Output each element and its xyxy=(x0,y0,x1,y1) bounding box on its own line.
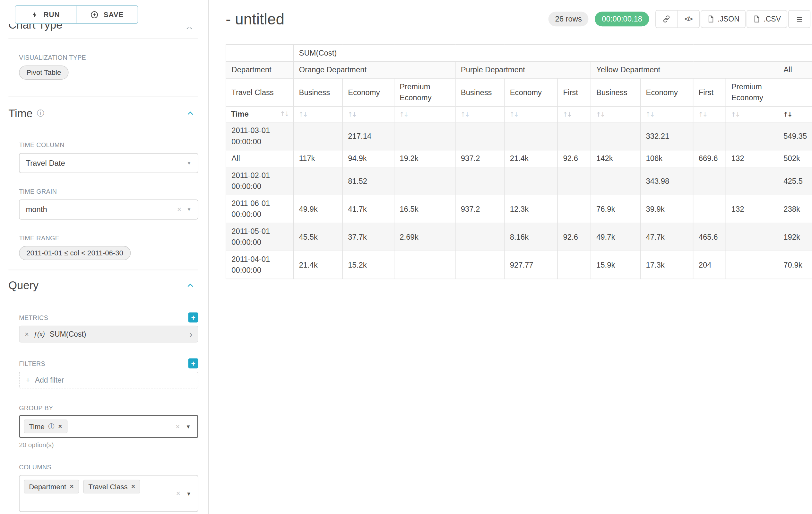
menu-button[interactable]: ≡ xyxy=(788,10,810,28)
embed-code-button[interactable]: </> xyxy=(677,10,700,28)
sort-icon[interactable]: ↑↓ xyxy=(399,111,408,118)
pivot-column-header: Business xyxy=(456,78,504,106)
pivot-column-header: Economy xyxy=(640,78,693,106)
collapse-chevron-icon[interactable] xyxy=(186,281,195,290)
pivot-sort-cell[interactable]: ↑↓ xyxy=(778,106,812,122)
clear-icon[interactable]: × xyxy=(176,422,180,431)
remove-tag-icon[interactable]: × xyxy=(70,483,74,490)
sort-icon[interactable]: ↑↓ xyxy=(731,111,739,118)
metric-option[interactable]: × ƒ(x) SUM(Cost) › xyxy=(19,326,198,343)
remove-tag-icon[interactable]: × xyxy=(131,483,135,490)
export-json-button[interactable]: .JSON xyxy=(701,10,746,28)
add-filter-plus-button[interactable]: + xyxy=(188,358,198,369)
add-metric-button[interactable]: + xyxy=(188,313,198,323)
save-button-label: SAVE xyxy=(104,10,124,19)
columns-select[interactable]: Department×Travel Class× × ▼ xyxy=(19,475,198,512)
pivot-value-cell: 204 xyxy=(693,251,726,279)
remove-metric-icon[interactable]: × xyxy=(25,330,29,338)
export-json-label: .JSON xyxy=(718,15,740,23)
chart-panel: - untitled 26 rows 00:00:00.18 </> xyxy=(209,0,812,514)
pivot-value-cell: 106k xyxy=(640,150,693,167)
pivot-row-label: All xyxy=(226,150,293,167)
pivot-sort-cell[interactable]: ↑↓ xyxy=(693,106,726,122)
group-by-options-hint: 20 option(s) xyxy=(19,441,198,449)
sort-icon-active[interactable]: ↑↓ xyxy=(783,111,791,118)
collapse-chevron-icon[interactable] xyxy=(186,109,195,117)
sort-icon[interactable]: ↑↓ xyxy=(698,111,706,118)
clear-icon[interactable]: × xyxy=(176,489,180,497)
pivot-value-cell xyxy=(557,195,591,223)
run-button[interactable]: RUN xyxy=(15,5,77,24)
pivot-sort-cell[interactable]: ↑↓ xyxy=(293,106,343,122)
pivot-value-cell xyxy=(293,122,343,150)
sort-icon[interactable]: ↑↓ xyxy=(298,111,307,118)
rows-axis-label: Time xyxy=(231,109,249,120)
sort-icon[interactable]: ↑↓ xyxy=(596,111,604,118)
pivot-value-cell: 15.2k xyxy=(343,251,394,279)
pivot-value-cell xyxy=(504,122,557,150)
add-filter-button[interactable]: + Add filter xyxy=(19,372,198,389)
sort-icon[interactable]: ↑↓ xyxy=(645,111,654,118)
pivot-sort-cell[interactable]: ↑↓ xyxy=(456,106,504,122)
metrics-label: METRICS xyxy=(19,314,48,321)
sort-icon[interactable]: ↑↓ xyxy=(348,111,356,118)
pivot-sort-cell[interactable]: ↑↓ xyxy=(591,106,640,122)
pivot-value-cell: 425.5 xyxy=(778,167,812,195)
collapse-chevron-icon[interactable] xyxy=(185,27,195,32)
caret-down-icon[interactable]: ▼ xyxy=(186,491,191,496)
control-panel: RUN SAVE Chart Type VISUALIZATION TYPE P… xyxy=(0,0,209,514)
pivot-value-cell: 49.9k xyxy=(293,195,343,223)
pivot-value-cell: 238k xyxy=(778,195,812,223)
save-button[interactable]: SAVE xyxy=(76,5,138,24)
code-icon: </> xyxy=(685,16,692,23)
pivot-sort-cell[interactable]: ↑↓ xyxy=(557,106,591,122)
chevron-right-icon[interactable]: › xyxy=(190,330,192,339)
selected-value-tag: Department× xyxy=(24,480,79,493)
pivot-value-cell: 21.4k xyxy=(504,150,557,167)
explore-view: RUN SAVE Chart Type VISUALIZATION TYPE P… xyxy=(0,0,812,514)
pivot-data-row: 2011-05-01 00:00:0045.5k37.7k2.69k8.16k9… xyxy=(226,223,812,251)
divider xyxy=(8,38,198,39)
metric-name: SUM(Cost) xyxy=(50,330,86,338)
time-column-select[interactable]: Travel Date ▼ xyxy=(19,153,198,173)
sort-icon[interactable]: ↑↓ xyxy=(280,110,288,119)
copy-link-button[interactable] xyxy=(656,10,677,28)
pivot-value-cell: 549.35 xyxy=(778,122,812,150)
pivot-value-cell xyxy=(693,167,726,195)
clear-icon[interactable]: × xyxy=(177,205,181,214)
pivot-value-cell: 217.14 xyxy=(343,122,394,150)
pivot-value-cell xyxy=(456,122,504,150)
pivot-value-cell: 132 xyxy=(726,150,778,167)
pivot-row-label: 2011-04-01 00:00:00 xyxy=(226,251,293,279)
time-grain-select[interactable]: month × ▼ xyxy=(19,199,198,219)
pivot-value-cell: 92.6 xyxy=(557,223,591,251)
columns-axis-label: Department xyxy=(226,61,293,78)
caret-down-icon[interactable]: ▼ xyxy=(185,424,191,429)
pivot-column-header: First xyxy=(693,78,726,106)
function-icon: ƒ(x) xyxy=(33,330,45,337)
query-section-header: Query xyxy=(8,277,198,293)
sort-icon[interactable]: ↑↓ xyxy=(562,111,571,118)
chart-title[interactable]: - untitled xyxy=(226,10,284,28)
sort-icon[interactable]: ↑↓ xyxy=(509,111,518,118)
pivot-value-cell: 669.6 xyxy=(693,150,726,167)
sort-icon[interactable]: ↑↓ xyxy=(460,111,469,118)
remove-tag-icon[interactable]: × xyxy=(58,423,62,430)
info-icon[interactable]: ⓘ xyxy=(37,109,44,118)
pivot-value-cell xyxy=(591,122,640,150)
pivot-sort-cell[interactable]: ↑↓ xyxy=(726,106,778,122)
link-icon xyxy=(662,15,671,23)
select-controls: × ▼ xyxy=(176,422,191,431)
export-csv-button[interactable]: .CSV xyxy=(747,10,787,28)
pivot-sort-cell[interactable]: ↑↓ xyxy=(394,106,456,122)
pivot-sort-cell[interactable]: ↑↓ xyxy=(343,106,394,122)
viz-type-pill[interactable]: Pivot Table xyxy=(19,65,68,80)
pivot-sort-cell[interactable]: ↑↓ xyxy=(504,106,557,122)
pivot-value-cell: 41.7k xyxy=(343,195,394,223)
pivot-sort-cell[interactable]: ↑↓ xyxy=(640,106,693,122)
pivot-value-cell xyxy=(557,167,591,195)
time-range-pill[interactable]: 2011-01-01 ≤ col < 2011-06-30 xyxy=(19,246,130,260)
pivot-corner-cell xyxy=(226,45,293,62)
group-by-select[interactable]: Timeⓘ× × ▼ xyxy=(19,415,198,438)
pivot-value-cell: 937.2 xyxy=(456,195,504,223)
